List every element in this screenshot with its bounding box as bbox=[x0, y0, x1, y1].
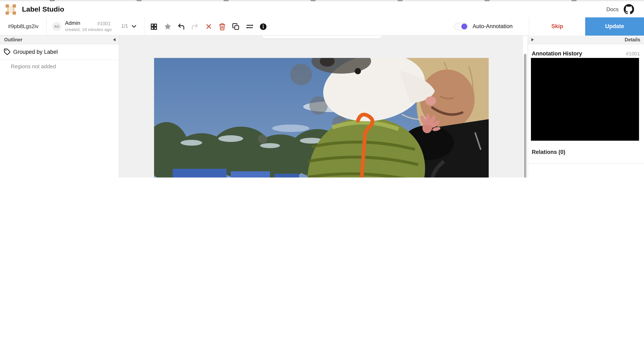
floating-bar-remnant bbox=[262, 35, 382, 38]
collapse-left-icon[interactable] bbox=[113, 38, 116, 41]
toolbar-divider bbox=[144, 17, 144, 35]
avatar: AD bbox=[52, 22, 61, 31]
undo-icon[interactable] bbox=[174, 17, 188, 35]
grouping-selector[interactable]: Grouped by Label bbox=[0, 44, 119, 60]
auto-annotation-label: Auto-Annotation bbox=[472, 23, 513, 29]
outliner-panel: Outliner Grouped by Label Regions not ad… bbox=[0, 35, 119, 177]
grid-view-icon[interactable] bbox=[147, 17, 161, 35]
annotation-pager: 1/1 bbox=[121, 23, 128, 28]
expand-right-icon[interactable] bbox=[531, 38, 534, 41]
app-header: Label Studio Docs bbox=[0, 1, 644, 17]
relations-icon[interactable] bbox=[243, 17, 256, 35]
app-title: Label Studio bbox=[22, 1, 64, 17]
duplicate-icon[interactable] bbox=[229, 17, 243, 35]
outliner-header: Outliner bbox=[0, 35, 119, 44]
task-id[interactable]: #9pb8Lgs2iv bbox=[0, 17, 47, 35]
relations-label: Relations (0) bbox=[532, 149, 565, 155]
tag-icon bbox=[4, 48, 11, 55]
skip-button[interactable]: Skip bbox=[529, 17, 585, 35]
details-panel: Details Annotation History #1001 Relatio… bbox=[528, 35, 644, 177]
auto-annotation-toggle[interactable] bbox=[454, 23, 468, 30]
reset-icon[interactable] bbox=[202, 17, 215, 35]
redo-icon[interactable] bbox=[188, 17, 202, 35]
label-studio-app: Label Studio Docs #9pb8Lgs2iv AD Admin #… bbox=[0, 0, 644, 177]
annotation-preview[interactable] bbox=[531, 58, 639, 141]
grouping-label: Grouped by Label bbox=[13, 44, 58, 59]
details-title: Details bbox=[625, 35, 640, 44]
annotator-name: Admin bbox=[65, 20, 80, 26]
relations-divider bbox=[528, 163, 644, 163]
annotation-id: #1001 bbox=[97, 21, 110, 26]
main-content: Season Pass RATATOUILLE BOWERS bbox=[119, 35, 523, 177]
docs-link[interactable]: Docs bbox=[606, 1, 618, 17]
chevron-down-icon[interactable] bbox=[130, 22, 138, 30]
annotation-created: created, 19 minutes ago bbox=[65, 27, 112, 32]
details-header: Details bbox=[528, 35, 644, 44]
annotation-history-id: #1001 bbox=[626, 51, 640, 57]
video-frame[interactable]: Season Pass RATATOUILLE BOWERS bbox=[154, 58, 489, 177]
regions-empty-message: Regions not added bbox=[11, 63, 56, 69]
delete-icon[interactable] bbox=[215, 17, 229, 35]
label-studio-logo bbox=[6, 4, 16, 15]
toggle-knob bbox=[461, 23, 467, 29]
star-icon[interactable] bbox=[161, 17, 174, 35]
annotation-history-label: Annotation History bbox=[532, 50, 582, 57]
annotation-toolbar: #9pb8Lgs2iv AD Admin #1001 created, 19 m… bbox=[0, 17, 644, 35]
update-button[interactable]: Update bbox=[585, 17, 644, 35]
info-icon[interactable] bbox=[256, 17, 270, 35]
vertical-scrollbar[interactable] bbox=[524, 54, 526, 177]
outliner-title: Outliner bbox=[4, 35, 22, 44]
github-icon[interactable] bbox=[624, 4, 634, 14]
toolbar-icons bbox=[147, 17, 270, 35]
